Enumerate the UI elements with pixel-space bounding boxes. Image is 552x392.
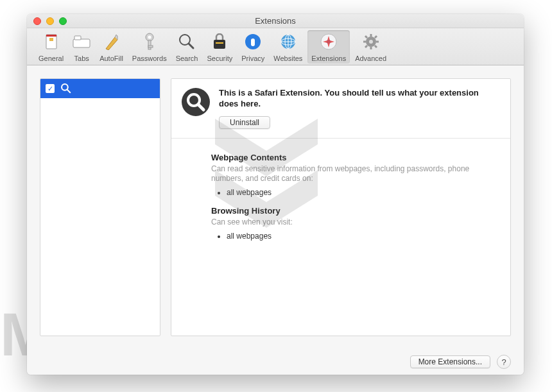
tab-label: Tabs xyxy=(74,55,89,62)
tab-label: Advanced xyxy=(355,55,386,62)
tab-label: Security xyxy=(207,55,232,62)
svg-line-30 xyxy=(365,46,367,47)
privacy-icon xyxy=(244,33,262,51)
search-icon xyxy=(182,88,210,116)
security-icon xyxy=(211,33,229,51)
svg-line-31 xyxy=(375,36,377,38)
svg-rect-4 xyxy=(74,36,81,40)
svg-point-23 xyxy=(369,40,373,44)
svg-rect-7 xyxy=(148,40,151,49)
extensions-icon xyxy=(320,33,338,51)
svg-rect-11 xyxy=(214,40,225,49)
tab-label: AutoFill xyxy=(99,55,123,62)
extension-description: This is a Safari Extension. You should t… xyxy=(219,88,500,110)
svg-rect-12 xyxy=(216,42,223,44)
zoom-button[interactable] xyxy=(59,17,67,25)
uninstall-button[interactable]: Uninstall xyxy=(219,116,270,129)
tab-advanced[interactable]: Advanced xyxy=(351,30,390,64)
tab-privacy[interactable]: Privacy xyxy=(237,30,268,64)
tab-extensions[interactable]: Extensions xyxy=(307,30,350,64)
general-icon xyxy=(42,33,60,51)
tabs-icon xyxy=(73,33,91,51)
close-button[interactable] xyxy=(33,17,41,25)
preferences-toolbar: General Tabs AutoFill Passwords Search xyxy=(27,28,524,65)
webpage-contents-text: Can read sensitive information from webp… xyxy=(211,164,496,184)
help-button[interactable]: ? xyxy=(497,355,511,369)
tab-label: Privacy xyxy=(241,55,264,62)
svg-line-28 xyxy=(365,36,367,38)
svg-line-10 xyxy=(189,44,193,48)
passwords-icon xyxy=(141,33,159,51)
extension-list-item[interactable]: ✓ xyxy=(40,79,160,98)
svg-line-29 xyxy=(375,46,377,47)
tab-label: Extensions xyxy=(311,55,346,62)
search-icon xyxy=(178,33,196,51)
svg-rect-0 xyxy=(46,35,56,49)
extensions-list: ✓ xyxy=(40,78,160,336)
footer-bar: More Extensions... ? xyxy=(27,349,524,375)
title-bar: Extensions xyxy=(27,14,524,28)
svg-rect-8 xyxy=(148,46,153,47)
extension-enable-checkbox[interactable]: ✓ xyxy=(46,84,55,93)
tab-websites[interactable]: Websites xyxy=(270,30,306,64)
svg-point-34 xyxy=(182,88,210,116)
content-area: ✓ This is a Safari Extension. You should… xyxy=(27,65,524,349)
extension-detail-panel: This is a Safari Extension. You should t… xyxy=(171,78,511,336)
autofill-icon xyxy=(102,33,120,51)
tab-autofill[interactable]: AutoFill xyxy=(96,30,127,64)
svg-rect-3 xyxy=(73,39,90,47)
search-icon xyxy=(60,82,73,95)
svg-rect-14 xyxy=(251,38,255,46)
tab-label: Search xyxy=(176,55,198,62)
tab-passwords[interactable]: Passwords xyxy=(128,30,171,64)
tab-security[interactable]: Security xyxy=(203,30,236,64)
svg-point-6 xyxy=(148,35,151,38)
browsing-history-text: Can see when you visit: xyxy=(211,217,496,228)
minimize-button[interactable] xyxy=(46,17,54,25)
detail-header: This is a Safari Extension. You should t… xyxy=(171,79,510,139)
more-extensions-button[interactable]: More Extensions... xyxy=(410,355,490,368)
webpage-contents-item: all webpages xyxy=(227,188,496,197)
preferences-window: Extensions General Tabs AutoFill Passwor… xyxy=(27,14,524,375)
tab-search[interactable]: Search xyxy=(172,30,202,64)
svg-line-33 xyxy=(67,89,70,92)
browsing-history-item: all webpages xyxy=(227,232,496,241)
tab-label: General xyxy=(39,55,64,62)
webpage-contents-heading: Webpage Contents xyxy=(211,153,496,162)
window-title: Extensions xyxy=(255,16,296,26)
svg-rect-1 xyxy=(46,35,56,37)
tab-general[interactable]: General xyxy=(35,30,67,64)
websites-icon xyxy=(279,33,297,51)
tab-label: Passwords xyxy=(132,55,167,62)
tab-label: Websites xyxy=(273,55,302,62)
tab-tabs[interactable]: Tabs xyxy=(69,30,94,64)
svg-rect-2 xyxy=(49,38,53,41)
permissions-section: Webpage Contents Can read sensitive info… xyxy=(171,139,510,256)
traffic-lights xyxy=(33,17,67,25)
advanced-icon xyxy=(362,33,380,51)
browsing-history-heading: Browsing History xyxy=(211,206,496,216)
